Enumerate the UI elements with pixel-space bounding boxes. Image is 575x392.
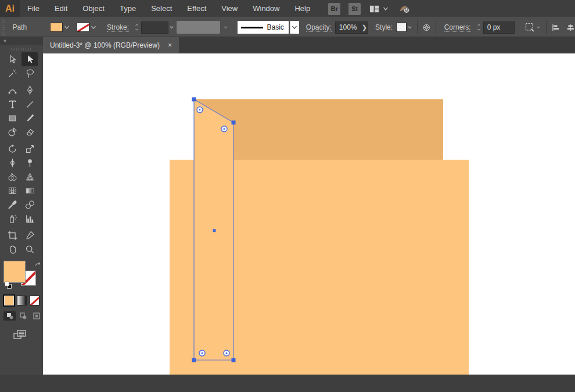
rotate-tool[interactable] xyxy=(4,142,20,156)
fill-swatch[interactable] xyxy=(3,261,26,283)
menu-effect[interactable]: Effect xyxy=(179,0,214,17)
anchor-point[interactable] xyxy=(192,98,196,102)
pen-tool[interactable] xyxy=(21,83,38,97)
default-fill-chip xyxy=(5,282,9,286)
corner-widget[interactable] xyxy=(224,350,229,356)
draw-behind-button[interactable] xyxy=(17,311,29,321)
graphic-style-swatch[interactable] xyxy=(396,23,406,32)
change-screen-mode-button[interactable] xyxy=(13,329,27,340)
zoom-tool[interactable] xyxy=(21,242,38,256)
corner-widget[interactable] xyxy=(197,107,203,113)
column-graph-tool[interactable] xyxy=(21,211,38,225)
stroke-chevron-icon[interactable] xyxy=(89,23,98,31)
menu-type[interactable]: Type xyxy=(112,0,143,17)
transform-options-icon[interactable] xyxy=(524,21,536,33)
menu-window[interactable]: Window xyxy=(245,0,287,17)
anchor-point[interactable] xyxy=(232,358,236,362)
draw-inside-button[interactable] xyxy=(30,311,42,321)
stock-button[interactable]: St xyxy=(348,3,361,15)
illustrator-logo: Ai xyxy=(0,0,20,17)
menu-select[interactable]: Select xyxy=(143,0,179,17)
panel-grip[interactable] xyxy=(2,20,5,35)
gradient-button[interactable] xyxy=(17,296,27,305)
puppet-warp-tool[interactable] xyxy=(21,156,38,170)
symbol-sprayer-tool[interactable] xyxy=(4,211,20,225)
stepper-down-icon[interactable] xyxy=(476,27,482,32)
hand-tool[interactable] xyxy=(4,242,20,256)
artwork-layer xyxy=(43,53,575,375)
tab-close-icon[interactable]: × xyxy=(168,41,172,49)
divider xyxy=(417,20,418,34)
corner-widget[interactable] xyxy=(221,126,227,132)
gpu-performance-icon[interactable] xyxy=(398,2,411,15)
bridge-button[interactable]: Br xyxy=(328,3,340,15)
align-center-icon[interactable] xyxy=(566,22,575,33)
rectangle-tool[interactable] xyxy=(4,111,20,125)
arrange-documents-button[interactable] xyxy=(369,3,390,15)
paintbrush-tool[interactable] xyxy=(21,111,38,125)
swap-fill-stroke-icon[interactable] xyxy=(34,261,41,268)
panel-collapse-button[interactable]: « xyxy=(0,37,43,45)
anchor-point[interactable] xyxy=(232,121,236,125)
style-chevron-icon[interactable] xyxy=(407,23,413,31)
curvature-tool[interactable] xyxy=(4,83,20,97)
magic-wand-tool[interactable] xyxy=(4,66,20,80)
opacity-label[interactable]: Opacity: xyxy=(306,23,332,32)
selection-tool[interactable] xyxy=(21,52,38,66)
selection-center-point[interactable] xyxy=(213,229,216,232)
mesh-tool[interactable] xyxy=(4,184,20,197)
stroke-weight-input[interactable] xyxy=(141,21,168,34)
lasso-tool[interactable] xyxy=(21,66,38,80)
panel-drag-grip[interactable] xyxy=(11,48,32,51)
type-tool[interactable] xyxy=(4,97,20,111)
line-segment-tool[interactable] xyxy=(21,97,38,111)
align-left-icon[interactable] xyxy=(551,22,560,33)
shape-builder-tool[interactable] xyxy=(4,170,20,184)
menu-view[interactable]: View xyxy=(214,0,245,17)
menu-help[interactable]: Help xyxy=(287,0,318,17)
scale-tool[interactable] xyxy=(21,142,38,156)
width-tool[interactable] xyxy=(4,156,20,170)
corners-stepper[interactable] xyxy=(476,23,482,32)
blend-tool[interactable] xyxy=(21,197,38,211)
default-fill-stroke-icon[interactable] xyxy=(5,282,12,289)
shaper-tool[interactable] xyxy=(4,125,20,139)
stroke-weight-chevron-icon[interactable] xyxy=(168,23,175,31)
stroke-color-swatch[interactable] xyxy=(77,23,89,32)
opacity-input[interactable]: 100% xyxy=(335,21,361,34)
draw-modes-row xyxy=(3,311,43,321)
gradient-tool[interactable] xyxy=(21,184,38,197)
stepper-up-icon[interactable] xyxy=(476,23,482,27)
slice-tool[interactable] xyxy=(21,228,38,242)
color-button[interactable] xyxy=(4,296,14,305)
document-tab[interactable]: Untitled-3* @ 100% (RGB/Preview) × xyxy=(43,37,179,53)
anchor-point[interactable] xyxy=(192,358,196,362)
fill-color-swatch[interactable] xyxy=(50,23,63,32)
stepper-up-icon[interactable] xyxy=(134,23,140,27)
menu-object[interactable]: Object xyxy=(75,0,112,17)
corners-label[interactable]: Corners: xyxy=(444,23,471,32)
menu-edit[interactable]: Edit xyxy=(47,0,75,17)
divider xyxy=(546,20,547,34)
stroke-weight-label[interactable]: Stroke: xyxy=(107,23,129,32)
artboard-tool[interactable] xyxy=(4,228,20,242)
perspective-grid-tool[interactable] xyxy=(21,170,38,184)
direct-selection-tool[interactable] xyxy=(4,52,20,66)
menu-file[interactable]: File xyxy=(20,0,47,17)
stroke-style-dropdown[interactable]: Basic xyxy=(238,21,288,34)
none-button[interactable] xyxy=(30,296,39,305)
stepper-down-icon[interactable] xyxy=(134,27,140,32)
chevron-down-icon[interactable] xyxy=(536,23,541,31)
stroke-style-chevron[interactable] xyxy=(290,21,299,34)
opacity-expand-button[interactable]: ❯ xyxy=(361,21,369,34)
stroke-weight-stepper[interactable] xyxy=(134,23,140,32)
fill-chevron-icon[interactable] xyxy=(63,23,71,31)
eyedropper-tool[interactable] xyxy=(4,197,20,211)
corners-input[interactable]: 0 px xyxy=(483,21,515,34)
draw-normal-button[interactable] xyxy=(3,311,16,321)
stroke-style-value: Basic xyxy=(267,23,288,31)
recolor-artwork-icon[interactable] xyxy=(422,22,431,33)
eraser-tool[interactable] xyxy=(21,125,38,139)
corner-widget[interactable] xyxy=(199,350,205,356)
artboard-canvas[interactable] xyxy=(43,53,575,375)
